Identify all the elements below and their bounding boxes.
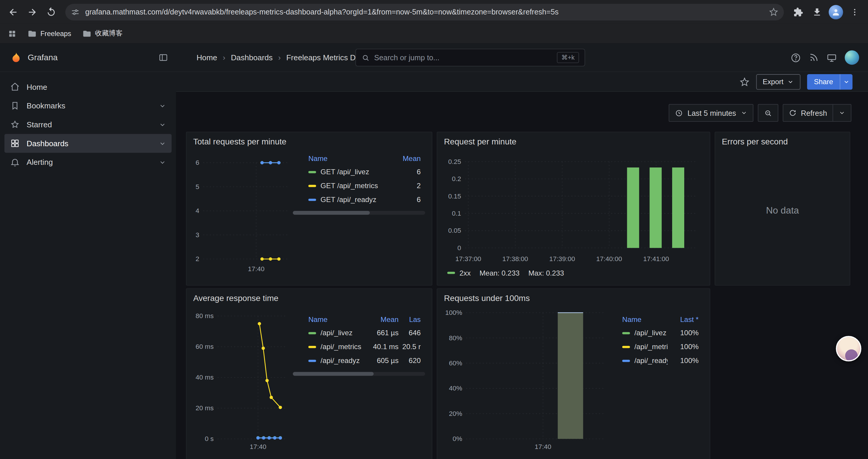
bar-chart[interactable]: 100%80%60%40%20%0%17:40 xyxy=(443,305,609,453)
bar-chart[interactable]: 0.250.20.150.10.05017:37:0017:38:0017:39… xyxy=(443,148,705,266)
refresh-interval-dropdown[interactable] xyxy=(833,104,851,121)
bookmark-folder-freeleaps[interactable]: Freeleaps xyxy=(28,29,71,38)
series-toggle[interactable]: GET /api/_readyz xyxy=(308,195,390,203)
series-last-value: 100% xyxy=(668,357,699,365)
monitor-icon[interactable] xyxy=(826,52,837,63)
panel-title[interactable]: Average response time xyxy=(186,289,432,305)
svg-text:0.25: 0.25 xyxy=(448,158,461,165)
sidebar-item-dashboards[interactable]: Dashboards xyxy=(4,134,172,153)
grafana-logo[interactable] xyxy=(10,51,22,63)
collapse-sidebar-icon[interactable] xyxy=(158,52,168,62)
scrollbar-thumb[interactable] xyxy=(293,372,373,376)
series-toggle[interactable]: /api/_livez xyxy=(622,329,668,337)
search-input[interactable]: Search or jump to... ⌘+k xyxy=(355,49,585,66)
news-rss-icon[interactable] xyxy=(809,53,819,63)
panel-title[interactable]: Errors per second xyxy=(715,132,850,148)
legend-col-last[interactable]: Las xyxy=(399,315,421,323)
chevron-down-icon[interactable] xyxy=(159,140,166,147)
series-toggle[interactable]: /api/_livez xyxy=(308,329,364,337)
sidebar-item-starred[interactable]: Starred xyxy=(4,115,172,134)
svg-text:17:37:00: 17:37:00 xyxy=(455,255,481,263)
user-avatar[interactable] xyxy=(845,51,859,65)
sidebar-item-label: Home xyxy=(27,83,166,91)
browser-toolbar: grafana.mathmast.com/d/deytv4rwavabkb/fr… xyxy=(0,0,868,24)
series-toggle[interactable]: GET /api/_livez xyxy=(308,168,390,176)
series-last-value: 646 xyxy=(399,329,421,337)
series-last-value: 20.5 r xyxy=(399,342,421,351)
site-info-icon[interactable] xyxy=(71,7,80,16)
series-name: /api/_readyz xyxy=(634,357,668,365)
panel-title[interactable]: Request per minute xyxy=(437,132,710,148)
series-name: /api/_metrics xyxy=(634,342,668,351)
sidebar-item-home[interactable]: Home xyxy=(4,77,172,96)
series-toggle[interactable]: /api/_readyz xyxy=(308,357,364,365)
svg-text:17:40: 17:40 xyxy=(248,265,265,273)
legend-col-last[interactable]: Last * xyxy=(668,315,699,323)
svg-text:5: 5 xyxy=(195,183,199,191)
profile-avatar[interactable] xyxy=(827,3,845,21)
legend-col-name[interactable]: Name xyxy=(622,315,668,323)
svg-text:17:41:00: 17:41:00 xyxy=(643,255,669,263)
bookmark-folder-blogs[interactable]: 收藏博客 xyxy=(82,29,123,38)
home-icon xyxy=(10,82,20,92)
scrollbar-thumb[interactable] xyxy=(293,211,370,215)
bookmark-star-icon[interactable] xyxy=(769,7,778,17)
forward-icon[interactable] xyxy=(23,3,41,21)
series-toggle[interactable]: /api/_readyz xyxy=(622,357,668,365)
favorite-star-icon[interactable] xyxy=(740,77,749,87)
help-icon[interactable] xyxy=(790,52,801,63)
export-button[interactable]: Export xyxy=(756,74,801,89)
legend-col-name[interactable]: Name xyxy=(308,154,390,162)
chevron-down-icon[interactable] xyxy=(159,121,166,128)
extensions-icon[interactable] xyxy=(789,3,807,21)
legend-row: /api/_livez 100% xyxy=(609,326,704,340)
refresh-button[interactable]: Refresh xyxy=(783,104,833,121)
panel-errors-per-second: Errors per second No data xyxy=(715,132,850,286)
back-icon[interactable] xyxy=(4,3,22,21)
browser-menu-icon[interactable] xyxy=(846,3,864,21)
timeseries-chart[interactable]: 6543217:40 xyxy=(192,148,293,275)
url-bar[interactable]: grafana.mathmast.com/d/deytv4rwavabkb/fr… xyxy=(65,4,784,20)
legend-horizontal-scrollbar[interactable] xyxy=(293,211,425,215)
zoom-out-button[interactable] xyxy=(758,104,778,122)
legend-header: Name Mean xyxy=(293,152,426,165)
dashboards-grid-icon xyxy=(10,138,20,148)
share-button[interactable]: Share xyxy=(807,74,852,89)
legend-horizontal-scrollbar[interactable] xyxy=(293,372,425,376)
share-dropdown-icon[interactable] xyxy=(840,74,852,89)
timeseries-chart[interactable]: 80 ms60 ms40 ms20 ms0 s17:40 xyxy=(192,305,293,453)
legend-col-mean[interactable]: Mean xyxy=(390,154,421,162)
apps-grid-icon[interactable] xyxy=(8,29,17,38)
legend-col-name[interactable]: Name xyxy=(308,315,364,323)
series-toggle[interactable]: 2xx xyxy=(447,269,471,277)
svg-text:20 ms: 20 ms xyxy=(195,404,214,412)
sidebar-item-bookmarks[interactable]: Bookmarks xyxy=(4,96,172,115)
panel-title[interactable]: Requests under 100ms xyxy=(437,289,710,305)
time-range-picker[interactable]: Last 5 minutes xyxy=(669,104,753,122)
svg-text:60 ms: 60 ms xyxy=(195,343,214,350)
legend-inline: 2xx Mean: 0.233 Max: 0.233 xyxy=(443,266,704,280)
panel-total-requests-per-minute: Total requests per minute 6543217:40 Nam… xyxy=(186,132,433,286)
downloads-icon[interactable] xyxy=(808,3,826,21)
time-controls: Last 5 minutes Refresh xyxy=(669,104,851,122)
reload-icon[interactable] xyxy=(42,3,60,21)
chevron-down-icon xyxy=(787,78,794,85)
series-toggle[interactable]: GET /api/_metrics xyxy=(308,182,390,190)
legend-row: /api/_readyz 100% xyxy=(609,354,704,367)
series-mean-stat: Mean: 0.233 xyxy=(479,269,519,277)
sidebar-item-label: Bookmarks xyxy=(27,101,152,110)
series-last-value: 620 xyxy=(399,357,421,365)
floating-assistant-avatar[interactable] xyxy=(836,336,861,361)
breadcrumb-home[interactable]: Home xyxy=(196,53,217,62)
panel-title[interactable]: Total requests per minute xyxy=(186,132,432,148)
legend-col-mean[interactable]: Mean xyxy=(364,315,399,323)
chevron-down-icon[interactable] xyxy=(159,159,166,166)
chevron-down-icon xyxy=(839,109,845,116)
sidebar-item-alerting[interactable]: Alerting xyxy=(4,153,172,172)
breadcrumb-dashboards[interactable]: Dashboards xyxy=(231,53,272,62)
series-toggle[interactable]: /api/_metrics xyxy=(308,342,364,351)
chevron-down-icon[interactable] xyxy=(159,102,166,109)
series-name: GET /api/_readyz xyxy=(320,195,376,203)
series-color-swatch xyxy=(308,185,316,187)
series-toggle[interactable]: /api/_metrics xyxy=(622,342,668,351)
